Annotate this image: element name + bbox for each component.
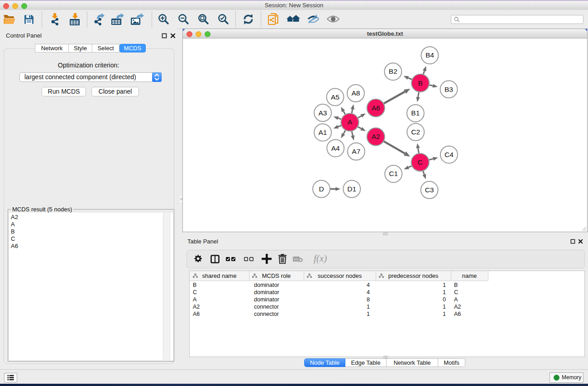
svg-text:D: D xyxy=(319,185,324,193)
svg-text:A5: A5 xyxy=(331,93,339,101)
svg-text:C4: C4 xyxy=(445,151,454,158)
svg-text:A1: A1 xyxy=(319,129,327,136)
svg-text:C3: C3 xyxy=(425,186,434,194)
svg-text:A4: A4 xyxy=(331,144,340,152)
svg-text:C: C xyxy=(418,158,423,166)
svg-text:B: B xyxy=(418,79,422,87)
svg-text:A6: A6 xyxy=(372,104,380,112)
svg-text:A3: A3 xyxy=(319,109,327,117)
svg-text:D1: D1 xyxy=(347,185,356,193)
svg-text:A7: A7 xyxy=(352,148,360,155)
svg-text:C2: C2 xyxy=(411,128,420,136)
svg-text:A: A xyxy=(348,118,353,126)
svg-text:B2: B2 xyxy=(389,67,397,75)
svg-text:C1: C1 xyxy=(389,170,398,177)
svg-text:B1: B1 xyxy=(411,109,420,117)
svg-text:A2: A2 xyxy=(372,133,380,140)
svg-text:B4: B4 xyxy=(425,51,434,59)
svg-text:B3: B3 xyxy=(445,86,453,93)
svg-text:A8: A8 xyxy=(351,89,360,97)
